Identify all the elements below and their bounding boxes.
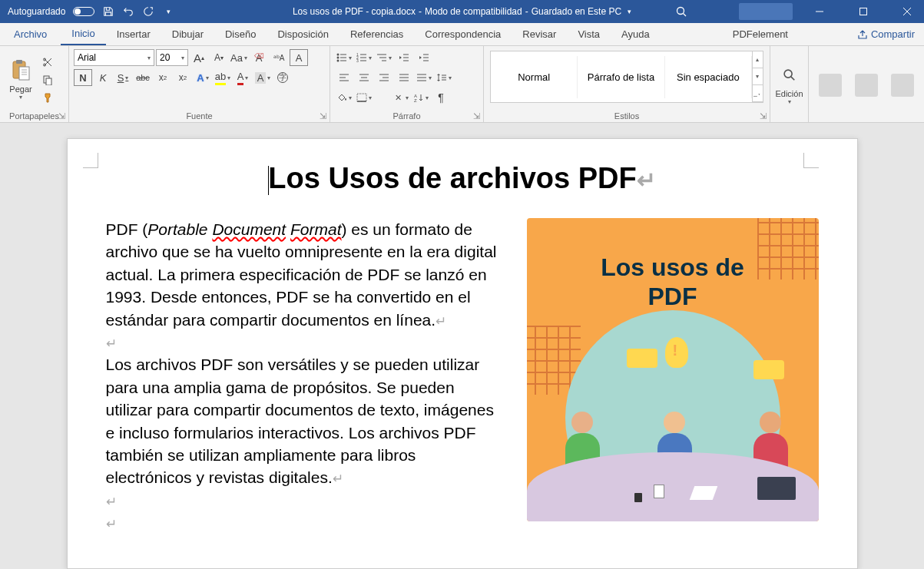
- gallery-more-icon[interactable]: ⎯▾: [753, 85, 763, 102]
- underline-button[interactable]: S: [114, 69, 132, 86]
- clear-formatting-button[interactable]: A⌫: [250, 49, 268, 66]
- tab-pdfelement[interactable]: PDFelement: [722, 23, 799, 45]
- title-dropdown-icon[interactable]: ▾: [628, 8, 631, 15]
- style-normal[interactable]: Normal: [491, 56, 578, 98]
- cut-button[interactable]: [40, 55, 55, 70]
- borders-button[interactable]: [355, 89, 373, 106]
- numbering-button[interactable]: 123: [355, 49, 373, 66]
- empty-paragraph[interactable]: ↵: [106, 511, 504, 534]
- grow-font-button[interactable]: A▴: [190, 49, 208, 66]
- document-name: Los usos de PDF - copia.docx: [293, 6, 416, 17]
- paper-icon: [689, 486, 717, 500]
- bullets-button[interactable]: [335, 49, 353, 66]
- distributed-icon: [416, 73, 427, 82]
- subscript-button[interactable]: x2: [154, 69, 172, 86]
- styles-launcher-icon[interactable]: ⇲: [759, 111, 767, 119]
- maximize-button[interactable]: [846, 0, 880, 23]
- editing-menu-button[interactable]: Edición ▾: [775, 49, 803, 119]
- highlight-button[interactable]: ab: [214, 69, 232, 86]
- tab-help[interactable]: Ayuda: [611, 23, 661, 45]
- gallery-down-icon[interactable]: ▾: [753, 68, 763, 85]
- styles-gallery[interactable]: Normal Párrafo de lista Sin espaciado ▴ …: [490, 51, 763, 103]
- change-case-button[interactable]: Aa: [230, 49, 248, 66]
- tab-home[interactable]: Inicio: [61, 23, 105, 45]
- tab-addin[interactable]: [661, 23, 722, 45]
- share-button[interactable]: Compartir: [848, 23, 924, 45]
- char-shading-button[interactable]: A: [253, 69, 272, 86]
- autosave-toggle[interactable]: [73, 7, 94, 16]
- close-button[interactable]: [889, 0, 924, 23]
- asian-layout-button[interactable]: ✕: [392, 89, 410, 106]
- tab-references[interactable]: Referencias: [339, 23, 414, 45]
- multilevel-list-button[interactable]: [375, 49, 393, 66]
- align-right-button[interactable]: [375, 69, 393, 86]
- style-no-spacing[interactable]: Sin espaciado: [665, 56, 752, 98]
- sort-button[interactable]: AZ: [412, 89, 430, 106]
- bullet-list-icon: [336, 53, 347, 62]
- tab-review[interactable]: Revisar: [512, 23, 567, 45]
- enclose-chars-button[interactable]: 字: [273, 69, 292, 86]
- embedded-image[interactable]: Los usos de PDF: [527, 218, 819, 521]
- format-painter-button[interactable]: [40, 90, 55, 105]
- italic-button[interactable]: K: [94, 69, 112, 86]
- pilcrow-icon: ↵: [333, 471, 343, 486]
- page[interactable]: Los Usos de archivos PDF↵ PDF (Portable …: [67, 138, 858, 569]
- font-launcher-icon[interactable]: ⇲: [319, 111, 326, 119]
- paste-button[interactable]: Pegar ▾: [5, 49, 37, 110]
- line-spacing-button[interactable]: [435, 69, 453, 86]
- style-list-paragraph[interactable]: Párrafo de lista: [578, 56, 664, 98]
- increase-indent-button[interactable]: [415, 49, 433, 66]
- redo-icon[interactable]: [142, 5, 154, 18]
- pilcrow-icon: ¶: [438, 91, 444, 104]
- empty-paragraph[interactable]: ↵: [106, 331, 504, 353]
- font-size-combo[interactable]: 20▾: [156, 49, 188, 66]
- tab-view[interactable]: Vista: [567, 23, 611, 45]
- bold-button[interactable]: N: [74, 69, 92, 86]
- paragraph-2[interactable]: Los archivos PDF son versátiles y se pue…: [106, 353, 504, 488]
- speech-bubble-icon: [753, 360, 784, 379]
- gallery-up-icon[interactable]: ▴: [753, 51, 763, 68]
- align-center-button[interactable]: [355, 69, 373, 86]
- save-icon[interactable]: [102, 5, 114, 18]
- search-icon[interactable]: [675, 5, 687, 18]
- show-marks-button[interactable]: ¶: [432, 89, 450, 106]
- distributed-button[interactable]: [415, 69, 433, 86]
- shrink-font-button[interactable]: A▾: [210, 49, 228, 66]
- tab-design[interactable]: Diseño: [214, 23, 267, 45]
- document-title[interactable]: Los Usos de archivos PDF↵: [106, 162, 819, 195]
- strikethrough-button[interactable]: abc: [134, 69, 152, 86]
- align-left-button[interactable]: [335, 69, 353, 86]
- empty-paragraph[interactable]: ↵: [106, 489, 504, 511]
- body-text[interactable]: PDF (Portable Document Format) es un for…: [106, 218, 504, 534]
- tab-layout[interactable]: Disposición: [267, 23, 339, 45]
- minimize-button[interactable]: [802, 0, 836, 23]
- image-title: Los usos de PDF: [527, 253, 819, 312]
- gallery-scroll: ▴ ▾ ⎯▾: [752, 51, 763, 102]
- font-color-button[interactable]: A: [233, 69, 252, 86]
- char-border-button[interactable]: A: [290, 49, 308, 66]
- font-name-combo[interactable]: Arial▾: [74, 49, 154, 66]
- laptop-icon: [757, 477, 796, 500]
- superscript-button[interactable]: x2: [174, 69, 192, 86]
- user-account[interactable]: [739, 3, 793, 20]
- tab-file[interactable]: Archivo: [0, 23, 61, 45]
- paragraph-launcher-icon[interactable]: ⇲: [472, 111, 480, 119]
- text-effects-button[interactable]: A: [194, 69, 212, 86]
- ribbon: Pegar ▾ Portapapeles⇲ Arial▾ 20▾ A▴ A▾ A…: [0, 46, 924, 123]
- group-editing: Edición ▾: [770, 46, 809, 122]
- shading-button[interactable]: [335, 89, 353, 106]
- brush-icon: [42, 92, 53, 103]
- paragraph-1[interactable]: PDF (Portable Document Format) es un for…: [106, 218, 504, 331]
- document-area[interactable]: Los Usos de archivos PDF↵ PDF (Portable …: [0, 123, 924, 569]
- tab-insert[interactable]: Insertar: [106, 23, 161, 45]
- clipboard-launcher-icon[interactable]: ⇲: [58, 111, 65, 119]
- justify-button[interactable]: [395, 69, 413, 86]
- undo-icon[interactable]: [122, 5, 134, 18]
- tab-mailings[interactable]: Correspondencia: [414, 23, 512, 45]
- tab-draw[interactable]: Dibujar: [161, 23, 214, 45]
- copy-button[interactable]: [40, 72, 55, 88]
- group-clipboard: Pegar ▾ Portapapeles⇲: [0, 46, 69, 122]
- qat-dropdown-icon[interactable]: ▾: [162, 5, 174, 18]
- decrease-indent-button[interactable]: [395, 49, 413, 66]
- phonetic-guide-button[interactable]: ᵃᵇA: [270, 49, 288, 66]
